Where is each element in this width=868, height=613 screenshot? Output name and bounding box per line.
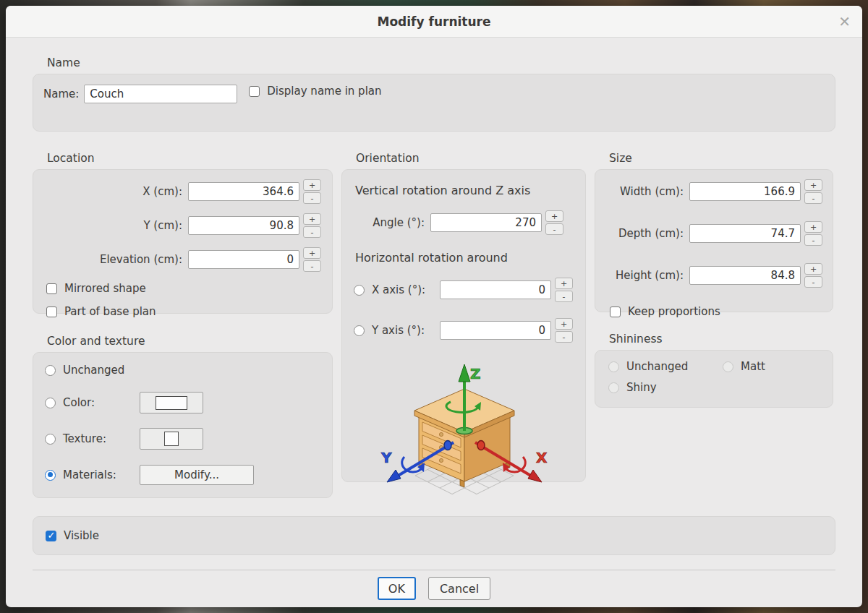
texture-label: Texture: [63,432,140,445]
spinner-minus-button[interactable]: - [804,234,822,246]
color-texture-panel: Unchanged Color: Texture: [33,352,333,498]
width-input[interactable] [689,182,801,201]
shininess-matt-label: Matt [741,360,765,373]
orientation-section-heading: Orientation [356,152,586,165]
spinner-minus-button[interactable]: - [804,192,822,204]
location-elevation-input[interactable] [188,250,299,269]
dialog-body: Name Name: Display name in plan Location… [6,38,862,600]
depth-input[interactable] [689,224,801,243]
location-y-label: Y (cm): [43,219,182,232]
spinner-plus-button[interactable]: + [804,263,822,275]
color-swatch-button[interactable] [140,392,203,413]
spinner-plus-button[interactable]: + [303,179,321,191]
color-swatch-icon [156,396,187,410]
name-label: Name: [43,87,79,100]
dialog-title: Modify furniture [378,14,491,29]
location-y-spinner: + - [303,213,321,238]
angle-input[interactable] [430,213,542,232]
name-row: Name: [43,85,237,103]
height-input[interactable] [689,266,801,285]
location-x-input[interactable] [188,182,299,201]
shininess-unchanged-label: Unchanged [626,360,688,373]
height-spinner: + - [804,263,822,288]
svg-text:Y: Y [380,449,392,466]
location-x-row: X (cm): + - [43,179,322,204]
shininess-shiny-radio[interactable] [608,382,619,393]
shininess-row-2: Shiny [608,381,822,394]
shininess-panel: Unchanged Matt Shiny [595,350,833,408]
name-input[interactable] [84,85,237,103]
spinner-minus-button[interactable]: - [804,276,822,288]
keep-proportions-checkbox[interactable] [610,306,621,317]
keep-proportions-row: Keep proportions [610,305,822,318]
materials-label: Materials: [63,468,140,481]
name-section-heading: Name [47,56,835,69]
depth-spinner: + - [804,221,822,246]
mirrored-shape-label: Mirrored shape [64,282,146,295]
spinner-plus-button[interactable]: + [545,210,563,222]
location-y-row: Y (cm): + - [43,213,322,238]
location-elevation-row: Elevation (cm): + - [43,247,322,272]
cancel-button[interactable]: Cancel [428,577,490,600]
angle-label: Angle (°): [354,216,425,229]
y-axis-label: Y axis (°): [372,324,435,337]
orientation-preview: Z Y [354,359,574,494]
height-label: Height (cm): [605,269,684,282]
display-name-checkbox[interactable] [249,86,260,97]
shininess-matt-radio[interactable] [723,361,733,372]
visible-checkbox[interactable] [46,531,56,541]
color-unchanged-radio[interactable] [45,365,56,376]
color-row: Color: [45,392,322,413]
name-panel: Name: Display name in plan [33,74,835,132]
spinner-minus-button[interactable]: - [555,331,573,343]
svg-text:Z: Z [470,365,481,382]
x-axis-radio[interactable] [354,285,365,296]
spinner-plus-button[interactable]: + [804,221,822,233]
mirrored-shape-row: Mirrored shape [46,282,322,295]
y-axis-input[interactable] [440,321,551,340]
width-row: Width (cm): + - [605,179,822,204]
height-row: Height (cm): + - [605,263,822,288]
location-elevation-label: Elevation (cm): [43,253,182,266]
spinner-plus-button[interactable]: + [303,213,321,225]
spinner-minus-button[interactable]: - [555,291,573,302]
spinner-minus-button[interactable]: - [303,226,321,238]
mirrored-shape-checkbox[interactable] [46,283,57,294]
spinner-minus-button[interactable]: - [303,192,321,204]
spinner-minus-button[interactable]: - [303,260,321,272]
texture-swatch-button[interactable] [140,428,203,450]
furniture-axes-image: Z Y [367,359,561,494]
base-plan-checkbox[interactable] [46,306,57,317]
shininess-matt-item: Matt [723,360,765,373]
x-axis-spinner: + - [555,278,573,302]
spinner-plus-button[interactable]: + [303,247,321,259]
dialog-footer: OK Cancel [33,570,835,600]
location-section-heading: Location [47,152,333,165]
color-texture-section-heading: Color and texture [47,335,333,348]
spinner-minus-button[interactable]: - [545,223,563,235]
x-axis-input[interactable] [440,280,551,299]
materials-radio[interactable] [45,470,56,481]
left-column: Location X (cm): + - Y (cm): [33,152,333,498]
materials-modify-button[interactable]: Modify... [140,465,254,485]
spinner-plus-button[interactable]: + [804,179,822,191]
display-name-label: Display name in plan [267,85,381,98]
materials-row: Materials: Modify... [45,464,322,486]
texture-radio[interactable] [45,434,56,445]
visible-label: Visible [64,529,99,542]
spinner-plus-button[interactable]: + [555,278,573,289]
color-unchanged-row: Unchanged [45,363,322,377]
spinner-plus-button[interactable]: + [555,318,573,330]
x-axis-row: X axis (°): + - [354,278,574,302]
svg-text:X: X [536,449,548,466]
depth-row: Depth (cm): + - [605,221,822,246]
close-icon[interactable]: ✕ [838,12,851,31]
color-radio[interactable] [45,398,56,408]
size-section-heading: Size [609,152,833,165]
width-label: Width (cm): [605,185,684,198]
shininess-unchanged-radio[interactable] [608,361,619,372]
location-y-input[interactable] [188,216,299,235]
ok-button[interactable]: OK [378,577,416,600]
vertical-rotation-heading: Vertical rotation around Z axis [355,184,574,197]
y-axis-radio[interactable] [354,325,365,336]
